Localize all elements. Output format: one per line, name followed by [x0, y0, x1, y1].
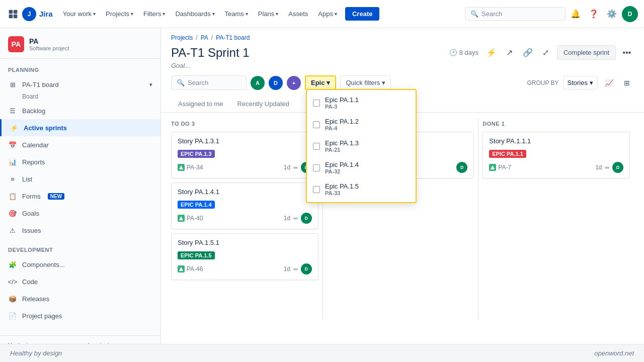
epic-dropdown-item[interactable]: Epic PA.1.5 PA-33: [307, 178, 416, 200]
epic-info-2: Epic PA.1.2 PA-4: [325, 118, 359, 131]
avatar-1[interactable]: A: [251, 76, 265, 90]
issue-type-icon: [178, 215, 185, 222]
quick-filters-button[interactable]: Quick filters ▾: [340, 75, 391, 90]
nav-dashboards[interactable]: Dashboards ▾: [171, 7, 218, 21]
group-by-select[interactable]: Stories ▾: [563, 76, 598, 89]
board-search[interactable]: 🔍: [171, 75, 247, 90]
settings-icon[interactable]: ⚙️: [604, 6, 620, 22]
calendar-icon: 📅: [8, 140, 17, 149]
sidebar-item-reports[interactable]: 📊 Reports: [0, 153, 160, 170]
epic-info-3: Epic PA.1.3 PA-21: [325, 139, 359, 153]
sidebar-item-goals[interactable]: 🎯 Goals: [0, 205, 160, 222]
chevron-down-icon: ▾: [335, 11, 337, 17]
nav-teams[interactable]: Teams ▾: [221, 7, 252, 21]
breadcrumb-pa[interactable]: PA: [201, 34, 208, 41]
group-by-label: GROUP BY: [527, 79, 558, 86]
avatar-2[interactable]: D: [269, 76, 283, 90]
sidebar-item-code[interactable]: </> Code: [0, 273, 160, 290]
breadcrumb-projects[interactable]: Projects: [171, 34, 193, 41]
nav-projects[interactable]: Projects ▾: [102, 7, 137, 21]
search-icon: 🔍: [177, 79, 185, 86]
sidebar-item-calendar[interactable]: 📅 Calendar: [0, 136, 160, 153]
nav-filters[interactable]: Filters ▾: [139, 7, 169, 21]
sidebar-item-backlog[interactable]: ☰ Backlog: [0, 102, 160, 119]
sidebar-item-label: Forms: [22, 193, 41, 200]
nav-plans[interactable]: Plans ▾: [254, 7, 283, 21]
chevron-down-icon: ▾: [327, 79, 330, 86]
tab-recently-updated[interactable]: Recently Updated: [230, 96, 296, 113]
epic-dropdown-item[interactable]: Epic PA.1.4 PA-32: [307, 157, 416, 178]
sidebar-board-sub[interactable]: Board: [0, 93, 160, 102]
svg-rect-1: [14, 10, 18, 14]
new-badge: NEW: [48, 193, 64, 200]
link-icon[interactable]: 🔗: [521, 46, 535, 60]
sidebar-item-issues[interactable]: ⚠ Issues: [0, 222, 160, 239]
avatar-3[interactable]: +: [287, 76, 301, 90]
grid-icon[interactable]: [6, 7, 20, 21]
global-search[interactable]: 🔍 Search: [465, 7, 566, 21]
share-icon[interactable]: ↗: [503, 46, 517, 60]
tab-assigned-to-me[interactable]: Assigned to me: [171, 96, 230, 113]
development-label: DEVELOPMENT: [0, 239, 160, 256]
board-card[interactable]: Story PA.1.3.1 EPIC PA.1.3 PA-34 1d ═ D: [171, 132, 318, 178]
epic-checkbox-2[interactable]: [313, 121, 320, 128]
help-icon[interactable]: ❓: [586, 6, 602, 22]
sidebar-item-label: Components...: [22, 261, 65, 268]
sidebar-item-project-pages[interactable]: 📄 Project pages: [0, 307, 160, 324]
sidebar-item-label: Backlog: [22, 107, 45, 115]
epic-dropdown-item[interactable]: Epic PA.1.2 PA-4: [307, 114, 416, 135]
create-button[interactable]: Create: [345, 7, 379, 21]
sidebar-item-label: PA-T1 board: [22, 81, 59, 88]
breadcrumb-sep: /: [211, 34, 213, 41]
jira-logo[interactable]: J Jira: [22, 7, 53, 21]
board-card[interactable]: Story PA.1.4.1 EPIC PA.1.4 PA-40 1d ═ D: [171, 183, 318, 229]
nav-assets[interactable]: Assets: [284, 7, 312, 21]
epic-badge: EPIC PA.1.5: [178, 251, 215, 259]
complete-sprint-button[interactable]: Complete sprint: [557, 45, 616, 60]
more-icon[interactable]: •••: [620, 46, 634, 60]
sidebar-item-label: Code: [22, 278, 38, 286]
notifications-icon[interactable]: 🔔: [568, 6, 584, 22]
lightning-icon[interactable]: ⚡: [485, 46, 499, 60]
sidebar-item-forms[interactable]: 📋 Forms NEW: [0, 188, 160, 205]
epic-dropdown-item[interactable]: Epic PA.1.3 PA-21: [307, 135, 416, 157]
user-avatar[interactable]: D: [622, 6, 638, 22]
sidebar-item-releases[interactable]: 📦 Releases: [0, 290, 160, 307]
card-avatar: D: [301, 213, 312, 224]
bottom-bar: Healthy by design openword.net: [0, 344, 644, 362]
search-input[interactable]: [188, 79, 241, 86]
epic-checkbox-1[interactable]: [313, 100, 320, 107]
column-header-done: DONE 1: [482, 119, 630, 132]
list-icon: ≡: [8, 174, 17, 184]
epic-badge: EPIC PA.1.4: [178, 201, 215, 209]
epic-filter-button[interactable]: Epic ▾ Epic PA.1.1 PA-3 Epic PA.1.2 PA-4: [305, 75, 336, 90]
bottom-left-text: Healthy by design: [10, 349, 62, 357]
card-avatar: D: [456, 162, 467, 173]
sidebar-item-list[interactable]: ≡ List: [0, 170, 160, 188]
board-card[interactable]: Story PA.1.5.1 EPIC PA.1.5 PA-46 1d ═ D: [171, 233, 318, 280]
card-avatar: D: [612, 162, 623, 173]
breadcrumb-board[interactable]: PA-T1 board: [216, 34, 250, 41]
chart-icon[interactable]: 📈: [602, 76, 616, 90]
sidebar-item-board[interactable]: ⊞ PA-T1 board ▾: [0, 76, 160, 93]
nav-apps[interactable]: Apps ▾: [314, 7, 341, 21]
pages-icon: 📄: [8, 311, 17, 320]
expand-icon[interactable]: ⤢: [539, 46, 553, 60]
epic-checkbox-3[interactable]: [313, 143, 320, 150]
components-icon: 🧩: [8, 260, 17, 269]
epic-dropdown-item[interactable]: Epic PA.1.1 PA-3: [307, 92, 416, 114]
epic-checkbox-5[interactable]: [313, 186, 320, 193]
project-header: PA PA Software project: [0, 28, 160, 59]
card-meta: 1d ═ D: [284, 263, 312, 275]
sidebar-item-components[interactable]: 🧩 Components...: [0, 256, 160, 273]
sprint-header: PA-T1 Sprint 1 🕐 8 days ⚡ ↗ 🔗 ⤢ Complete…: [161, 41, 644, 60]
epic-checkbox-4[interactable]: [313, 164, 320, 171]
card-title: Story PA.1.5.1: [178, 239, 312, 246]
chevron-down-icon: ▾: [212, 11, 215, 17]
backlog-icon: ☰: [8, 106, 17, 115]
code-icon: </>: [8, 277, 17, 286]
board-card[interactable]: Story PA.1.1.1 EPIC PA.1.1 PA-7 1d ═ D: [482, 132, 630, 178]
sidebar-item-active-sprints[interactable]: ⚡ Active sprints: [0, 119, 160, 136]
nav-your-work[interactable]: Your work ▾: [59, 7, 100, 21]
settings-icon[interactable]: ⊞: [620, 76, 634, 90]
